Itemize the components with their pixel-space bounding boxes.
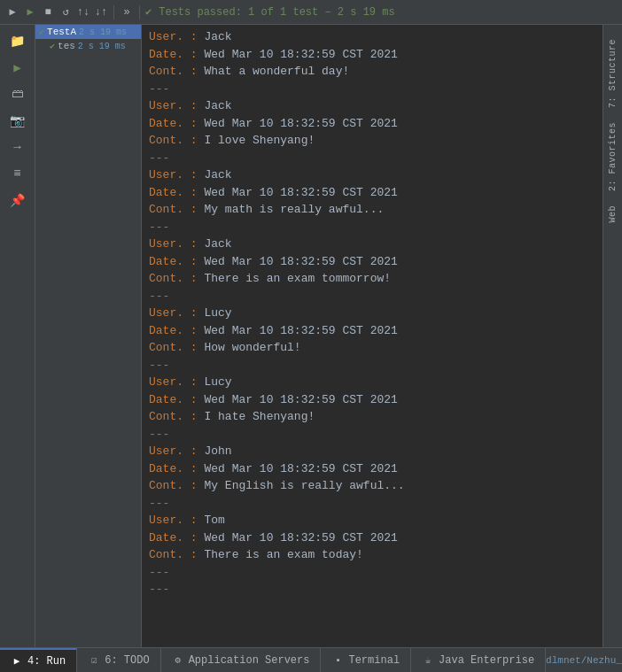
output-content-line: Cont. : What a wonderful day! (149, 63, 595, 81)
test-time: 2 s 19 ms (78, 42, 126, 51)
output-content-line: Cont. : There is an exam today! (149, 546, 595, 564)
output-separator-final: --- (149, 581, 595, 599)
output-content-line: Cont. : I love Shenyang! (149, 132, 595, 150)
output-date-line: Date. : Wed Mar 10 18:32:59 CST 2021 (149, 529, 595, 547)
separator (139, 5, 140, 19)
output-content-line: Cont. : There is an exam tommorrow! (149, 270, 595, 288)
test-label: TestA (47, 27, 76, 37)
run-icon[interactable]: ▶ (23, 5, 37, 19)
test-pass-icon: ✔ (50, 41, 55, 51)
terminal-tab-label: Terminal (348, 654, 400, 667)
output-separator: --- (149, 426, 595, 444)
output-date-line: Date. : Wed Mar 10 18:32:59 CST 2021 (149, 46, 595, 64)
output-date-line: Date. : Wed Mar 10 18:32:59 CST 2021 (149, 253, 595, 271)
output-user-line: User. : John (149, 443, 595, 460)
run-tab-icon: ▶ (11, 655, 23, 668)
more-icon[interactable]: » (120, 5, 134, 19)
output-user-line: User. : Tom (149, 512, 595, 529)
status-check-icon: ✔ (145, 5, 152, 19)
run-tab-label: 4: Run (27, 655, 66, 668)
output-content-line: Cont. : I hate Shenyang! (149, 408, 595, 426)
top-toolbar: ▶ ▶ ■ ↺ ↑↓ ↓↑ » ✔ Tests passed: 1 of 1 t… (0, 0, 622, 25)
java-tab-icon: ☕ (422, 654, 434, 667)
bottom-right-text: dlmnet/Nezhu_Wang (546, 655, 622, 666)
test-label: tes (58, 41, 75, 51)
bottom-bar: ▶ 4: Run ☑ 6: TODO ⚙ Application Servers… (0, 647, 622, 672)
project-icon[interactable]: ▶ (5, 5, 19, 19)
output-content-line: Cont. : How wonderful! (149, 339, 595, 357)
right-sidebar: 7: Structure 2: Favorites Web (603, 25, 622, 647)
output-separator: --- (149, 357, 595, 375)
rerun-icon[interactable]: ↺ (58, 5, 73, 19)
output-user-line: User. : Jack (149, 236, 595, 253)
output-user-line: User. : Jack (149, 28, 595, 46)
todo-tab-icon: ☑ (88, 654, 100, 667)
tab-app-servers[interactable]: ⚙ Application Servers (161, 648, 322, 672)
sidebar-camera-icon[interactable]: 📷 (4, 108, 31, 133)
app-servers-tab-label: Application Servers (189, 654, 310, 667)
sidebar-run-icon[interactable]: ▶ (4, 55, 31, 80)
output-user-line: User. : Lucy (149, 374, 595, 391)
output-separator: --- (149, 564, 595, 582)
repo-path: dlmnet/Nezhu_Wang (546, 655, 622, 666)
sidebar-layers-icon[interactable]: ≡ (4, 161, 31, 186)
app-servers-tab-icon: ⚙ (172, 654, 184, 667)
sidebar-project-icon[interactable]: 📁 (4, 28, 31, 53)
sidebar-database-icon[interactable]: 🗃 (4, 81, 31, 106)
sidebar-pin-icon[interactable]: 📌 (4, 188, 31, 212)
output-content-line: Cont. : My English is really awful... (149, 477, 595, 495)
output-date-line: Date. : Wed Mar 10 18:32:59 CST 2021 (149, 322, 595, 340)
sort-asc-icon[interactable]: ↑↓ (76, 5, 90, 19)
right-label-structure[interactable]: 7: Structure (606, 32, 619, 115)
output-date-line: Date. : Wed Mar 10 18:32:59 CST 2021 (149, 184, 595, 202)
right-label-favorites[interactable]: 2: Favorites (606, 115, 619, 198)
output-separator: --- (149, 81, 595, 98)
terminal-tab-icon: ▪ (331, 654, 344, 667)
tab-todo[interactable]: ☑ 6: TODO (77, 648, 160, 672)
output-date-line: Date. : Wed Mar 10 18:32:59 CST 2021 (149, 391, 595, 409)
test-panel: ✔ TestA 2 s 19 ms ✔ tes 2 s 19 ms (35, 25, 142, 647)
test-item-0[interactable]: ✔ TestA 2 s 19 ms (35, 25, 141, 39)
right-label-web[interactable]: Web (606, 198, 619, 230)
left-sidebar: 📁 ▶ 🗃 📷 → ≡ 📌 (0, 25, 35, 647)
output-date-line: Date. : Wed Mar 10 18:32:59 CST 2021 (149, 115, 595, 133)
output-user-line: User. : Jack (149, 166, 595, 184)
output-separator: --- (149, 288, 595, 305)
output-content-line: Cont. : My math is really awful... (149, 201, 595, 219)
tab-run[interactable]: ▶ 4: Run (0, 648, 77, 672)
tab-java-enterprise[interactable]: ☕ Java Enterprise (411, 648, 546, 672)
test-status-text: Tests passed: 1 of 1 test – 2 s 19 ms (159, 6, 394, 19)
main-area: 📁 ▶ 🗃 📷 → ≡ 📌 ✔ TestA 2 s 19 ms ✔ tes 2 … (0, 25, 622, 647)
output-separator: --- (149, 219, 595, 236)
test-time: 2 s 19 ms (79, 27, 127, 37)
java-tab-label: Java Enterprise (439, 654, 534, 667)
todo-tab-label: 6: TODO (105, 654, 149, 667)
output-area[interactable]: User. : JackDate. : Wed Mar 10 18:32:59 … (142, 25, 603, 647)
sidebar-login-icon[interactable]: → (4, 135, 31, 159)
test-item-1[interactable]: ✔ tes 2 s 19 ms (35, 39, 141, 53)
separator (113, 5, 114, 19)
output-user-line: User. : Lucy (149, 305, 595, 322)
sort-desc-icon[interactable]: ↓↑ (94, 5, 108, 19)
output-user-line: User. : Jack (149, 97, 595, 115)
output-separator: --- (149, 495, 595, 513)
output-separator: --- (149, 150, 595, 167)
tab-terminal[interactable]: ▪ Terminal (321, 648, 411, 672)
test-pass-icon: ✔ (39, 27, 44, 37)
stop-icon[interactable]: ■ (41, 5, 55, 19)
output-date-line: Date. : Wed Mar 10 18:32:59 CST 2021 (149, 460, 595, 478)
